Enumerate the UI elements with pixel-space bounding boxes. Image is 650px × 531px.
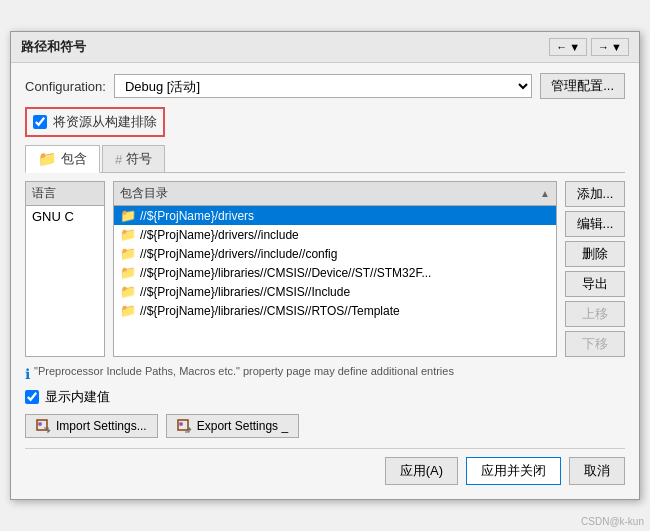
include-path-5: //${ProjName}/libraries//CMSIS//RTOS//Te… — [140, 304, 400, 318]
include-path-2: //${ProjName}/drivers//include//config — [140, 247, 337, 261]
config-select[interactable]: Debug [活动] — [114, 74, 532, 98]
export-icon — [177, 419, 193, 433]
bottom-buttons: 应用(A) 应用并关闭 取消 — [25, 448, 625, 489]
include-list[interactable]: 📁 //${ProjName}/drivers 📁 //${ProjName}/… — [114, 206, 556, 320]
symbol-tab-icon: # — [115, 152, 122, 167]
down-button[interactable]: 下移 — [565, 331, 625, 357]
forward-icon: → — [598, 41, 609, 53]
include-item-4[interactable]: 📁 //${ProjName}/libraries//CMSIS//Includ… — [114, 282, 556, 301]
export-settings-label: Export Settings _ — [197, 419, 288, 433]
include-path-4: //${ProjName}/libraries//CMSIS//Include — [140, 285, 350, 299]
manage-config-button[interactable]: 管理配置... — [540, 73, 625, 99]
back-dropdown-icon: ▼ — [569, 41, 580, 53]
export-settings-button[interactable]: Export Settings _ — [166, 414, 299, 438]
include-header-label: 包含目录 — [120, 185, 168, 202]
side-buttons: 添加... 编辑... 删除 导出 上移 下移 — [565, 181, 625, 357]
include-folder-icon-1: 📁 — [120, 227, 136, 242]
lang-item-gnuc[interactable]: GNU C — [26, 206, 104, 227]
include-folder-icon-4: 📁 — [120, 284, 136, 299]
dialog-title: 路径和符号 — [21, 38, 86, 56]
info-row: ℹ "Preprocessor Include Paths, Macros et… — [25, 365, 625, 382]
config-row: Configuration: Debug [活动] 管理配置... — [25, 73, 625, 99]
import-settings-label: Import Settings... — [56, 419, 147, 433]
import-settings-button[interactable]: Import Settings... — [25, 414, 158, 438]
include-tab-icon: 📁 — [38, 150, 57, 168]
include-item-0[interactable]: 📁 //${ProjName}/drivers — [114, 206, 556, 225]
add-button[interactable]: 添加... — [565, 181, 625, 207]
apply-close-button[interactable]: 应用并关闭 — [466, 457, 561, 485]
include-path-1: //${ProjName}/drivers//include — [140, 228, 299, 242]
tab-include-label: 包含 — [61, 150, 87, 168]
edit-button[interactable]: 编辑... — [565, 211, 625, 237]
include-item-5[interactable]: 📁 //${ProjName}/libraries//CMSIS//RTOS//… — [114, 301, 556, 320]
exclude-checkbox[interactable] — [33, 115, 47, 129]
include-folder-icon-3: 📁 — [120, 265, 136, 280]
scroll-up-arrow[interactable]: ▲ — [540, 188, 550, 199]
show-builtin-row: 显示内建值 — [25, 388, 625, 406]
main-dialog: 路径和符号 ← ▼ → ▼ Configuration: Debug [活动] … — [10, 31, 640, 500]
include-header: 包含目录 ▲ — [114, 182, 556, 206]
back-icon: ← — [556, 41, 567, 53]
forward-button[interactable]: → ▼ — [591, 38, 629, 56]
delete-button[interactable]: 删除 — [565, 241, 625, 267]
main-content: 语言 GNU C 包含目录 ▲ 📁 //${ProjName}/drivers … — [25, 181, 625, 357]
import-export-row: Import Settings... Export Settings _ — [25, 414, 625, 438]
title-bar-left: 路径和符号 — [21, 38, 86, 56]
import-icon — [36, 419, 52, 433]
show-builtin-label[interactable]: 显示内建值 — [45, 388, 110, 406]
include-path-3: //${ProjName}/libraries//CMSIS//Device//… — [140, 266, 431, 280]
exclude-row: 将资源从构建排除 — [25, 107, 165, 137]
back-button[interactable]: ← ▼ — [549, 38, 587, 56]
dialog-body: Configuration: Debug [活动] 管理配置... 将资源从构建… — [11, 63, 639, 499]
tabs-row: 📁 包含 # 符号 — [25, 145, 625, 173]
cancel-button[interactable]: 取消 — [569, 457, 625, 485]
info-icon: ℹ — [25, 366, 30, 382]
export-button[interactable]: 导出 — [565, 271, 625, 297]
include-folder-icon-2: 📁 — [120, 246, 136, 261]
up-button[interactable]: 上移 — [565, 301, 625, 327]
apply-button[interactable]: 应用(A) — [385, 457, 458, 485]
exclude-label[interactable]: 将资源从构建排除 — [53, 113, 157, 131]
tab-include[interactable]: 📁 包含 — [25, 145, 100, 173]
svg-point-1 — [38, 422, 42, 426]
forward-dropdown-icon: ▼ — [611, 41, 622, 53]
include-item-1[interactable]: 📁 //${ProjName}/drivers//include — [114, 225, 556, 244]
tab-symbol-label: 符号 — [126, 150, 152, 168]
include-panel: 包含目录 ▲ 📁 //${ProjName}/drivers 📁 //${Pro… — [113, 181, 557, 357]
svg-point-3 — [179, 422, 183, 426]
include-path-0: //${ProjName}/drivers — [140, 209, 254, 223]
language-panel: 语言 GNU C — [25, 181, 105, 357]
show-builtin-checkbox[interactable] — [25, 390, 39, 404]
include-item-3[interactable]: 📁 //${ProjName}/libraries//CMSIS//Device… — [114, 263, 556, 282]
tab-symbol[interactable]: # 符号 — [102, 145, 165, 172]
config-label: Configuration: — [25, 79, 106, 94]
include-item-2[interactable]: 📁 //${ProjName}/drivers//include//config — [114, 244, 556, 263]
include-folder-icon-0: 📁 — [120, 208, 136, 223]
title-bar-right: ← ▼ → ▼ — [549, 38, 629, 56]
include-folder-icon-5: 📁 — [120, 303, 136, 318]
watermark: CSDN@k-kun — [581, 516, 644, 527]
lang-header: 语言 — [26, 182, 104, 206]
title-bar: 路径和符号 ← ▼ → ▼ — [11, 32, 639, 63]
info-text: "Preprocessor Include Paths, Macros etc.… — [34, 365, 454, 377]
